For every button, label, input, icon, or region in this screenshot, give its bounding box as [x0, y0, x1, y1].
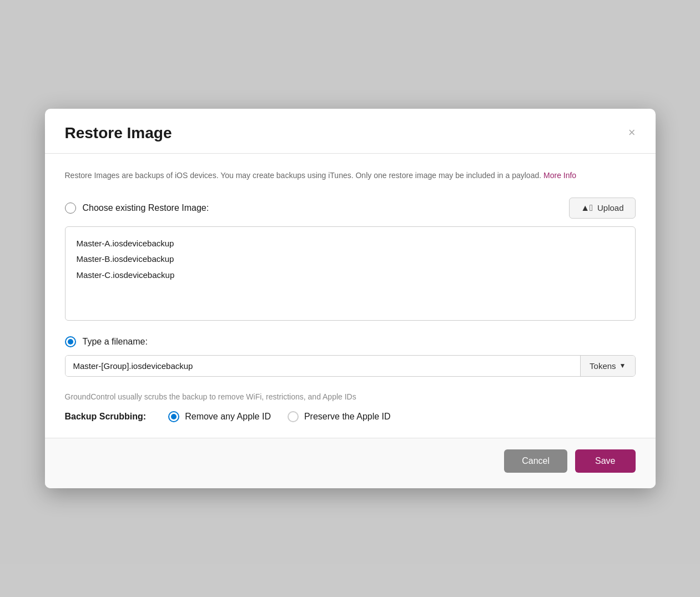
save-button[interactable]: Save [575, 449, 635, 473]
choose-existing-radio[interactable] [65, 203, 76, 214]
remove-apple-id-radio[interactable] [168, 411, 179, 422]
preserve-apple-id-option[interactable]: Preserve the Apple ID [288, 411, 391, 422]
type-filename-radio[interactable] [65, 336, 76, 347]
remove-apple-id-option[interactable]: Remove any Apple ID [168, 411, 271, 422]
modal-dialog: Restore Image × Restore Images are backu… [45, 109, 656, 488]
scrubbing-description: GroundControl usually scrubs the backup … [65, 392, 636, 401]
upload-button[interactable]: ▲⃝ Upload [569, 198, 635, 219]
filename-section: Tokens ▼ [65, 355, 636, 377]
choose-existing-row: Choose existing Restore Image: ▲⃝ Upload [65, 198, 636, 219]
close-button[interactable]: × [628, 127, 636, 139]
tokens-button[interactable]: Tokens ▼ [580, 356, 634, 376]
type-filename-label: Type a filename: [83, 337, 148, 347]
chevron-down-icon: ▼ [620, 362, 626, 370]
backup-scrubbing-row: Backup Scrubbing: Remove any Apple ID Pr… [65, 411, 636, 422]
modal-title: Restore Image [65, 124, 172, 142]
list-item[interactable]: Master-B.iosdevicebackup [77, 251, 624, 267]
filename-input[interactable] [66, 356, 581, 376]
modal-body: Restore Images are backups of iOS device… [45, 154, 656, 437]
cancel-button[interactable]: Cancel [504, 449, 567, 473]
filename-input-container: Tokens ▼ [65, 355, 636, 377]
list-item[interactable]: Master-C.iosdevicebackup [77, 267, 624, 284]
modal-overlay: Restore Image × Restore Images are backu… [0, 0, 700, 597]
choose-existing-label[interactable]: Choose existing Restore Image: [65, 203, 209, 214]
more-info-link[interactable]: More Info [543, 171, 576, 180]
description-text: Restore Images are backups of iOS device… [65, 169, 636, 181]
backup-scrubbing-label: Backup Scrubbing: [65, 412, 147, 422]
list-item[interactable]: Master-A.iosdevicebackup [77, 236, 624, 252]
modal-header: Restore Image × [45, 109, 656, 154]
type-filename-row: Type a filename: [65, 336, 636, 347]
upload-icon: ▲⃝ [581, 203, 593, 213]
file-list-box: Master-A.iosdevicebackup Master-B.iosdev… [65, 226, 636, 321]
preserve-apple-id-radio[interactable] [288, 411, 299, 422]
modal-footer: Cancel Save [45, 438, 656, 488]
